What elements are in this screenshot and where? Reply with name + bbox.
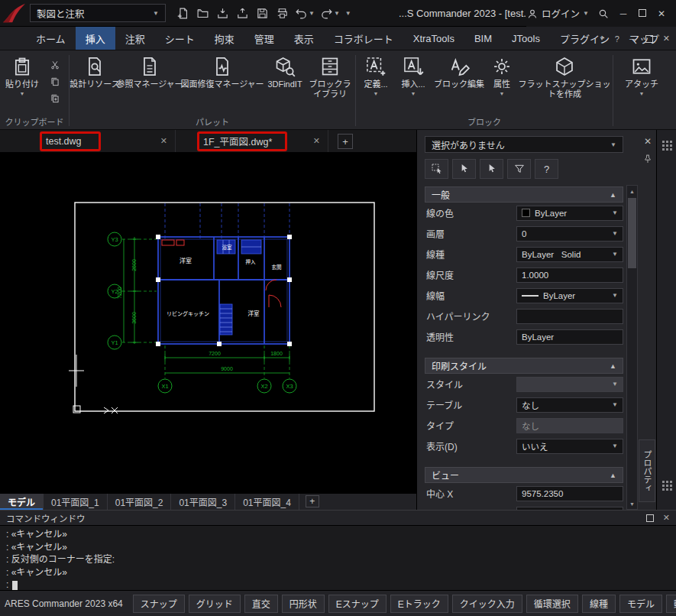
workspace-select[interactable]: 製図と注釈 ▼ — [30, 4, 166, 22]
ortho-toggle[interactable]: 直交 — [244, 595, 278, 613]
line-color-dropdown[interactable]: ByLayer ▼ — [516, 206, 623, 221]
float-window-button[interactable] — [646, 514, 654, 522]
select-elements-button[interactable] — [452, 159, 476, 179]
drawing-canvas[interactable]: 洋室 浴室 押入 玄関 リビングキッチン 洋室 2600 3600 7200 7… — [0, 153, 416, 493]
grid-toggle[interactable]: グリッド — [189, 595, 241, 613]
section-header-general[interactable]: 一般 ▲ — [425, 186, 623, 203]
section-header-view[interactable]: ビュー ▲ — [425, 467, 623, 483]
close-command-window-button[interactable]: ✕ — [663, 513, 670, 523]
printtype-field[interactable]: なし — [516, 418, 623, 433]
printtable-dropdown[interactable]: なし ▼ — [516, 397, 623, 413]
block-define-button[interactable]: 定義... ▼ — [357, 53, 394, 96]
export-button[interactable] — [233, 4, 252, 23]
center-x-input[interactable]: 9575.2350 — [516, 486, 623, 501]
redo-button[interactable]: ▼ — [318, 4, 342, 23]
copy-button[interactable] — [47, 75, 63, 89]
undo-button[interactable]: ▼ — [293, 4, 317, 23]
properties-side-tab[interactable]: プロパティ — [639, 439, 655, 502]
properties-scrollbar[interactable]: ▲ ▼ — [626, 185, 638, 510]
cycleselect-toggle[interactable]: 循環選択 — [526, 595, 578, 613]
sheet-tab-plan1[interactable]: 01平面図_1 — [44, 494, 108, 510]
transparency-input[interactable]: ByLayer — [516, 329, 623, 345]
block-library-button[interactable]: ブロックライブラリ — [306, 53, 354, 99]
cut-button[interactable] — [47, 58, 63, 72]
close-button[interactable]: ✕ — [656, 8, 667, 19]
new-document-tab-button[interactable]: + — [338, 134, 353, 149]
snap-toggle[interactable]: スナップ — [133, 595, 185, 613]
open-button[interactable] — [193, 4, 212, 23]
ribbon-tab-view[interactable]: 表示 — [284, 27, 324, 50]
panel-minimize-icon[interactable]: ─ — [629, 34, 636, 44]
ribbon-tab-home[interactable]: ホーム — [26, 27, 76, 50]
ribbon-tab-constrain[interactable]: 拘束 — [205, 27, 244, 50]
dock-handle[interactable] — [657, 130, 676, 151]
dynamic-ccs-toggle[interactable]: 動的 CCS — [666, 595, 676, 613]
ribbon-collapse-icon[interactable]: ▼ — [599, 35, 605, 42]
sheet-tab-plan2[interactable]: 01平面図_2 — [108, 494, 172, 510]
printstyle-dropdown[interactable]: ▼ — [516, 377, 623, 392]
ribbon-tab-bim[interactable]: BIM — [464, 27, 502, 50]
hyperlink-input[interactable] — [516, 309, 623, 324]
ribbon-tab-manage[interactable]: 管理 — [244, 27, 284, 50]
login-button[interactable]: ログイン ▼ — [526, 6, 589, 21]
palette-close-button[interactable]: ✕ — [644, 136, 652, 147]
ribbon-tab-sheet[interactable]: シート — [155, 27, 205, 50]
search-icon[interactable] — [597, 8, 610, 20]
scroll-down-icon[interactable]: ▼ — [627, 498, 637, 509]
command-window-titlebar[interactable]: コマンドウィンドウ ✕ — [0, 511, 676, 526]
ribbon-tab-jtools[interactable]: JTools — [502, 27, 550, 50]
design-resources-button[interactable]: 設計リソース — [71, 53, 118, 89]
ribbon-tab-insert[interactable]: 挿入 — [76, 27, 115, 50]
section-header-printstyle[interactable]: 印刷スタイル ▲ — [425, 358, 623, 374]
attribute-button[interactable]: 属性 ▼ — [486, 53, 518, 96]
flatshot-button[interactable]: フラットスナップショットを作成 — [518, 53, 611, 99]
help-button[interactable]: ? — [615, 34, 619, 44]
block-insert-button[interactable]: 挿入... ▼ — [394, 53, 432, 96]
reference-manager-button[interactable]: 参照マネージャー — [118, 53, 181, 89]
ribbon-tab-xtratools[interactable]: XtraTools — [403, 27, 464, 50]
new-sheet-button[interactable]: + — [306, 495, 319, 507]
linestyle-dropdown[interactable]: ByLayer Solid ▼ — [516, 247, 623, 262]
layer-dropdown[interactable]: 0 ▼ — [516, 226, 623, 242]
paste-button[interactable]: 貼り付け ▼ — [2, 53, 43, 96]
model-toggle[interactable]: モデル — [619, 595, 662, 613]
polar-toggle[interactable]: 円形状 — [282, 595, 325, 613]
panel-close-icon[interactable]: ✕ — [663, 34, 670, 44]
linetype-toggle[interactable]: 線種 — [582, 595, 616, 613]
print-button[interactable] — [273, 4, 292, 23]
ribbon-tab-annotate[interactable]: 注釈 — [115, 27, 155, 50]
scrollbar-thumb[interactable] — [628, 198, 636, 268]
copy-with-basepoint-button[interactable] — [47, 92, 63, 105]
close-icon[interactable]: ✕ — [313, 136, 320, 146]
sheet-tab-plan4[interactable]: 01平面図_4 — [235, 494, 299, 510]
help-button[interactable]: ? — [535, 159, 558, 179]
3dfindit-button[interactable]: 3DFindIT — [264, 53, 306, 89]
document-tab-test-dwg[interactable]: test.dwg ✕ — [31, 130, 176, 152]
quickinput-toggle[interactable]: クイック入力 — [452, 595, 522, 613]
printdisplay-dropdown[interactable]: いいえ ▼ — [516, 439, 623, 454]
deselect-button[interactable] — [480, 159, 503, 179]
sheet-tab-plan3[interactable]: 01平面図_3 — [171, 494, 235, 510]
more-commands-button[interactable]: ▼ — [343, 4, 354, 23]
block-edit-button[interactable]: ブロック編集 — [432, 53, 486, 89]
sheet-tab-model[interactable]: モデル — [0, 494, 44, 510]
minimize-button[interactable]: ─ — [618, 8, 629, 19]
quick-select-button[interactable] — [507, 159, 531, 179]
esnap-toggle[interactable]: Eスナップ — [328, 595, 387, 613]
new-drawing-button[interactable] — [173, 4, 192, 23]
select-window-button[interactable] — [425, 159, 448, 179]
pin-icon[interactable] — [642, 154, 653, 164]
close-icon[interactable]: ✕ — [160, 136, 167, 146]
maximize-button[interactable] — [639, 9, 646, 17]
ribbon-tab-collaborate[interactable]: コラボレート — [324, 27, 403, 50]
drawing-repair-button[interactable]: 図面修復マネージャー — [181, 53, 264, 89]
scroll-up-icon[interactable]: ▲ — [627, 186, 637, 196]
linescale-input[interactable]: 1.0000 — [516, 267, 623, 283]
panel-restore-icon[interactable] — [645, 35, 653, 43]
document-tab-1f-heimenzu[interactable]: 1F_平面図.dwg* ✕ — [176, 130, 328, 152]
dock-handle-bottom[interactable] — [657, 481, 676, 491]
selection-dropdown[interactable]: 選択がありません ▼ — [425, 136, 623, 153]
command-history[interactable]: : «キャンセル» : «キャンセル» : 反対側のコーナーを指定: : «キャ… — [0, 526, 676, 594]
etrack-toggle[interactable]: Eトラック — [390, 595, 448, 613]
import-button[interactable] — [213, 4, 232, 23]
